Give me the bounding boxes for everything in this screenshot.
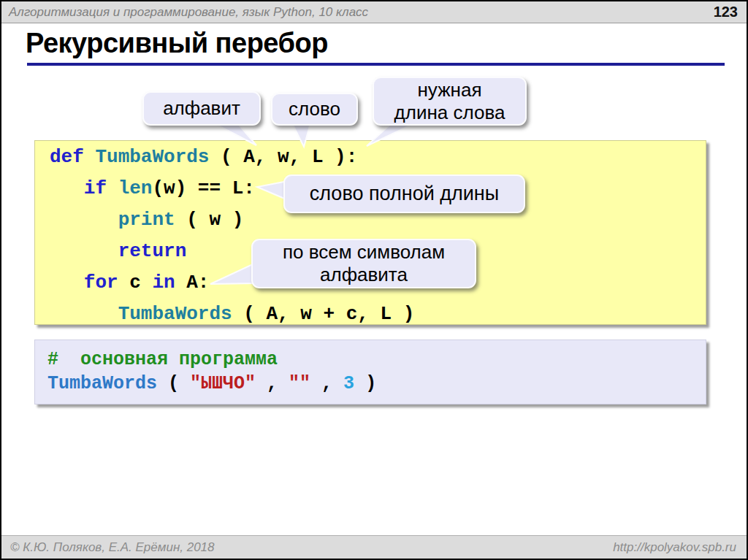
callout-full-word: слово полной длины: [283, 174, 525, 213]
callout-all-chars-line2: алфавита: [320, 264, 408, 286]
code-segment-pl: [50, 240, 118, 262]
code-segment-str: "": [289, 373, 310, 394]
code-segment-pl: ( A, w, L ):: [209, 146, 357, 168]
code-segment-num: 3: [343, 373, 354, 394]
callout-alphabet: алфавит: [142, 91, 261, 126]
code-segment-pl: ): [354, 373, 376, 394]
callout-full-word-text: слово полной длины: [310, 183, 499, 205]
code-segment-fn: print: [118, 209, 175, 231]
callout-word-length-line1: нужная: [418, 79, 482, 101]
callout-all-chars-line1: по всем символам: [283, 241, 445, 264]
code-segment-kw: def: [50, 146, 95, 168]
code-line: TumbaWords ( A, w + c, L ): [50, 299, 706, 330]
code-segment-kw: in: [152, 272, 175, 294]
page-number: 123: [714, 4, 747, 20]
title-underline: [27, 63, 725, 66]
code-segment-pl: c: [118, 272, 153, 294]
code-segment-pl: (w) == L:: [152, 177, 254, 199]
callout-word-text: слово: [289, 98, 340, 120]
code-segment-fn: len: [118, 177, 153, 199]
course-title: Алгоритмизация и программирование, язык …: [1, 5, 368, 20]
code-line: def TumbaWords ( A, w, L ):: [50, 142, 706, 173]
code-segment-pl: [50, 303, 118, 325]
code-segment-pl: [50, 272, 84, 294]
callout-word: слово: [271, 93, 358, 126]
code-segment-kw: if: [84, 177, 118, 199]
code-segment-pl: ,: [256, 373, 289, 394]
code-segment-com: # основная программа: [47, 349, 278, 370]
code-segment-kw: for: [84, 272, 118, 294]
code-segment-str: "ЫШЧО": [190, 373, 256, 394]
code-segment-pl: A:: [175, 272, 210, 294]
code-segment-pl: ,: [310, 373, 343, 394]
slide-title: Рекурсивный перебор: [26, 28, 328, 59]
code-line: TumbaWords ( "ЫШЧО" , "" , 3 ): [47, 372, 706, 396]
callout-alphabet-text: алфавит: [163, 97, 240, 120]
code-segment-kw: return: [118, 240, 187, 262]
code-block-main-program: # основная программаTumbaWords ( "ЫШЧО" …: [34, 340, 706, 404]
code-segment-pl: [50, 209, 118, 231]
code-segment-pl: ( A, w + c, L ): [232, 303, 415, 325]
slide: Алгоритмизация и программирование, язык …: [0, 0, 748, 560]
footer-url: http://kpolyakov.spb.ru: [613, 540, 747, 555]
code-segment-fncall: TumbaWords: [47, 373, 157, 394]
code-segment-fn: TumbaWords: [118, 303, 232, 325]
code-segment-pl: [50, 177, 84, 199]
code-block-recursive-function: def TumbaWords ( A, w, L ): if len(w) ==…: [34, 140, 706, 325]
code-segment-pl: ( w ): [175, 209, 244, 231]
code-line: # основная программа: [47, 348, 706, 372]
code-segment-pl: (: [157, 373, 190, 394]
callout-word-length: нужная длина слова: [373, 77, 527, 126]
code-segment-fn: TumbaWords: [95, 146, 209, 168]
top-bar: Алгоритмизация и программирование, язык …: [1, 1, 747, 23]
callout-word-length-line2: длина слова: [394, 101, 505, 124]
copyright-text: © К.Ю. Поляков, Е.А. Ерёмин, 2018: [1, 540, 215, 555]
callout-all-chars: по всем символам алфавита: [251, 239, 476, 288]
footer-bar: © К.Ю. Поляков, Е.А. Ерёмин, 2018 http:/…: [1, 535, 747, 559]
